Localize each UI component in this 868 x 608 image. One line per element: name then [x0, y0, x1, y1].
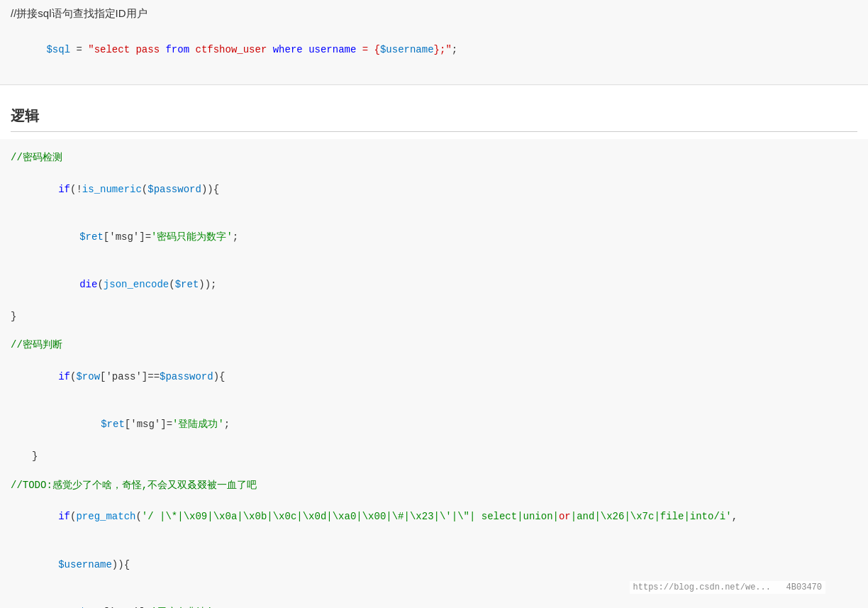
watermark-id: 4B03470 [786, 582, 822, 592]
password-judge-block: //密码判断 if($row['pass']==$password){ $ret… [11, 337, 857, 464]
watermark: https://blog.csdn.net/we... 4B03470 [630, 581, 825, 594]
close-brace-2: } [11, 448, 857, 464]
ret-msg-login-success-line: $ret['msg']='登陆成功'; [11, 401, 857, 448]
die-json-line1: die(json_encode($ret)); [11, 261, 857, 309]
top-heading: //拼接sql语句查找指定ID用户 [11, 7, 857, 21]
comment-password-check: //密码检测 [11, 150, 857, 165]
watermark-url: https://blog.csdn.net/we... [633, 582, 771, 592]
main-code-section: //密码检测 if(!is_numeric($password)){ $ret[… [0, 139, 868, 608]
if-numeric-line: if(!is_numeric($password)){ [11, 166, 857, 214]
if-row-pass-line: if($row['pass']==$password){ [11, 353, 857, 401]
comment-todo: //TODO:感觉少了个啥，奇怪,不会又双叒叕被一血了吧 [11, 477, 857, 493]
ret-msg-numeric-line: $ret['msg']='密码只能为数字'; [11, 214, 857, 261]
preg-match-line1: if(preg_match('/ |\*|\x09|\x0a|\x0b|\x0c… [11, 493, 857, 541]
top-code-section: //拼接sql语句查找指定ID用户 $sql = "select pass fr… [0, 0, 868, 85]
sql-string: "select pass [88, 44, 165, 55]
sql-line: $sql = "select pass from ctfshow_user wh… [11, 26, 857, 74]
close-brace-1: } [11, 309, 857, 324]
password-check-block: //密码检测 if(!is_numeric($password)){ $ret[… [11, 150, 857, 324]
page-container: //拼接sql语句查找指定ID用户 $sql = "select pass fr… [0, 0, 868, 608]
logic-section-header: 逻辑 [0, 85, 868, 139]
logic-title: 逻辑 [11, 106, 857, 132]
sql-var: $sql [46, 44, 70, 55]
comment-password-judge: //密码判断 [11, 337, 857, 353]
